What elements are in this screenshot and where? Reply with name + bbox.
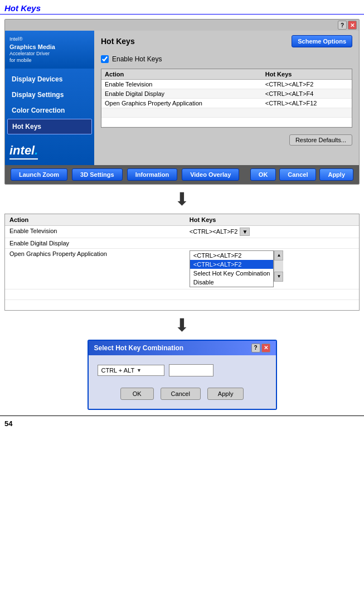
sidebar-nav: Display Devices Display Settings Color C…	[5, 69, 94, 138]
arrow-2: ⬇	[0, 311, 364, 340]
key-input[interactable]	[169, 364, 213, 376]
ok-button[interactable]: OK	[250, 168, 276, 181]
table-row	[5, 289, 359, 300]
close-button[interactable]: ✕	[348, 21, 357, 30]
sidebar: Intel® Graphics Media Accelerator Driver…	[5, 31, 94, 165]
information-button[interactable]: Information	[127, 168, 178, 181]
action-cell	[5, 289, 185, 300]
main-content: Hot Keys Scheme Options Enable Hot Keys …	[94, 31, 359, 165]
ctrl-alt-combo-select[interactable]: CTRL + ALT ▼	[98, 365, 164, 376]
bottom-bar-right: OK Cancel Apply	[250, 168, 353, 181]
hotkey-value: <CTRL><ALT>F2	[190, 228, 238, 235]
main-dialog: ? ✕ Intel® Graphics Media Accelerator Dr…	[4, 19, 360, 185]
hotkey-cell: <CTRL><ALT>F2 <CTRL><ALT>F2 Select Hot K…	[185, 248, 359, 289]
enable-hotkeys-label: Enable Hot Keys	[112, 55, 162, 63]
intel-dot: .	[35, 143, 38, 157]
intel-logo: intel.	[9, 143, 38, 160]
action-cell: Enable Digital Display	[5, 238, 185, 248]
action-cell: Open Graphics Property Application	[101, 99, 262, 108]
down-arrow-icon-2: ⬇	[174, 316, 190, 334]
sidebar-item-display-settings[interactable]: Display Settings	[7, 88, 92, 102]
table-row: Enable Digital Display <CTRL><ALT>F4	[101, 89, 352, 99]
enable-hotkeys-checkbox[interactable]	[101, 55, 109, 63]
table-row: Enable Television <CTRL><ALT>F2 ▼	[5, 225, 359, 238]
dropdown-option[interactable]: Select Hot Key Combination	[190, 269, 274, 278]
action-cell: Enable Television	[101, 80, 262, 89]
bottom-bar-left: Launch Zoom 3D Settings Information Vide…	[11, 168, 246, 181]
select-dialog-title-text: Select Hot Key Combination	[94, 344, 184, 352]
dialog-body: Intel® Graphics Media Accelerator Driver…	[5, 31, 359, 165]
dropdown-scrollbar: ▲ ▼	[274, 250, 283, 282]
hotkey-dropdown[interactable]: <CTRL><ALT>F2 <CTRL><ALT>F2 Select Hot K…	[190, 250, 274, 287]
table-row: Open Graphics Property Application <CTRL…	[5, 248, 359, 289]
content-title: Hot Keys	[101, 37, 135, 46]
select-dialog-wrapper: Select Hot Key Combination ? ✕ CTRL + AL…	[4, 340, 360, 410]
combo-label: CTRL + ALT	[101, 367, 135, 374]
page-title: Hot Keys	[0, 0, 364, 15]
hotkey-cell	[185, 289, 359, 300]
action-cell	[5, 300, 185, 310]
select-dialog-help-button[interactable]: ?	[251, 344, 260, 352]
cancel-button[interactable]: Cancel	[279, 168, 316, 181]
table-row: Enable Digital Display	[5, 238, 359, 248]
hotkey-cell	[185, 238, 359, 248]
col2-action-header: Action	[5, 214, 185, 226]
table-row: Enable Television <CTRL><ALT>F2	[101, 80, 352, 89]
bottom-bar: Launch Zoom 3D Settings Information Vide…	[5, 165, 359, 184]
col-hotkeys-header: Hot Keys	[262, 69, 352, 80]
sidebar-item-color-correction[interactable]: Color Correction	[7, 103, 92, 118]
action-cell	[101, 118, 262, 127]
select-dialog-cancel-button[interactable]: Cancel	[161, 388, 201, 400]
second-table: Action Hot Keys Enable Television <CTRL>…	[4, 214, 360, 311]
select-dialog-body: CTRL + ALT ▼ OK Cancel Apply	[89, 355, 276, 409]
restore-row: Restore Defaults...	[94, 130, 359, 150]
scroll-up-icon[interactable]: ▲	[274, 250, 283, 260]
select-dialog-title-buttons: ? ✕	[251, 344, 270, 352]
scheme-options-button[interactable]: Scheme Options	[292, 35, 352, 47]
action-cell: Enable Digital Display	[101, 89, 262, 99]
select-dialog-titlebar: Select Hot Key Combination ? ✕	[89, 341, 276, 355]
hotkey-cell: <CTRL><ALT>F2	[262, 80, 352, 89]
select-dialog-close-button[interactable]: ✕	[261, 344, 270, 352]
down-arrow-icon: ⬇	[174, 190, 190, 208]
hotkey-cell	[185, 300, 359, 310]
video-overlay-button[interactable]: Video Overlay	[182, 168, 239, 181]
arrow-1: ⬇	[0, 185, 364, 214]
action-cell: Enable Television	[5, 225, 185, 238]
dropdown-option[interactable]: Disable	[190, 278, 274, 287]
page-number: 54	[0, 416, 364, 431]
hotkey-cell: <CTRL><ALT>F4	[262, 89, 352, 99]
select-dialog-apply-button[interactable]: Apply	[207, 388, 244, 400]
apply-button[interactable]: Apply	[319, 168, 353, 181]
select-dialog-buttons: OK Cancel Apply	[98, 385, 267, 402]
checkbox-row: Enable Hot Keys	[94, 52, 359, 66]
select-hotkey-dialog: Select Hot Key Combination ? ✕ CTRL + AL…	[88, 340, 277, 410]
sidebar-intel: intel.	[5, 138, 94, 165]
col2-hotkeys-header: Hot Keys	[185, 214, 359, 226]
dropdown-option-selected[interactable]: <CTRL><ALT>F2	[190, 260, 274, 269]
restore-defaults-button[interactable]: Restore Defaults...	[289, 134, 352, 146]
dropdown-option[interactable]: <CTRL><ALT>F2	[190, 251, 274, 260]
scroll-down-icon[interactable]: ▼	[274, 272, 283, 282]
help-button[interactable]: ?	[338, 21, 347, 30]
sidebar-logo: Intel® Graphics Media Accelerator Driver…	[5, 31, 94, 69]
dropdown-arrow-icon[interactable]: ▼	[240, 228, 250, 236]
select-dialog-ok-button[interactable]: OK	[120, 388, 154, 400]
launch-zoom-button[interactable]: Launch Zoom	[11, 168, 67, 181]
sidebar-item-display-devices[interactable]: Display Devices	[7, 72, 92, 86]
combo-dropdown-icon: ▼	[137, 368, 142, 373]
hotkey-cell: <CTRL><ALT>F2 ▼	[185, 225, 359, 238]
sidebar-item-hot-keys[interactable]: Hot Keys	[7, 119, 92, 134]
brand-text: Intel® Graphics Media Accelerator Driver…	[9, 36, 90, 64]
table-row	[5, 300, 359, 310]
3d-settings-button[interactable]: 3D Settings	[72, 168, 123, 181]
table-row	[101, 108, 352, 118]
hotkey-cell: <CTRL><ALT>F12	[262, 99, 352, 108]
hotkeys-table: Action Hot Keys Enable Television <CTRL>…	[101, 69, 352, 128]
table-row: Open Graphics Property Application <CTRL…	[101, 99, 352, 108]
action-cell: Open Graphics Property Application	[5, 248, 185, 289]
col-action-header: Action	[101, 69, 262, 80]
dialog-titlebar: ? ✕	[5, 20, 359, 31]
content-header: Hot Keys Scheme Options	[94, 31, 359, 52]
hotkey-cell	[262, 118, 352, 127]
